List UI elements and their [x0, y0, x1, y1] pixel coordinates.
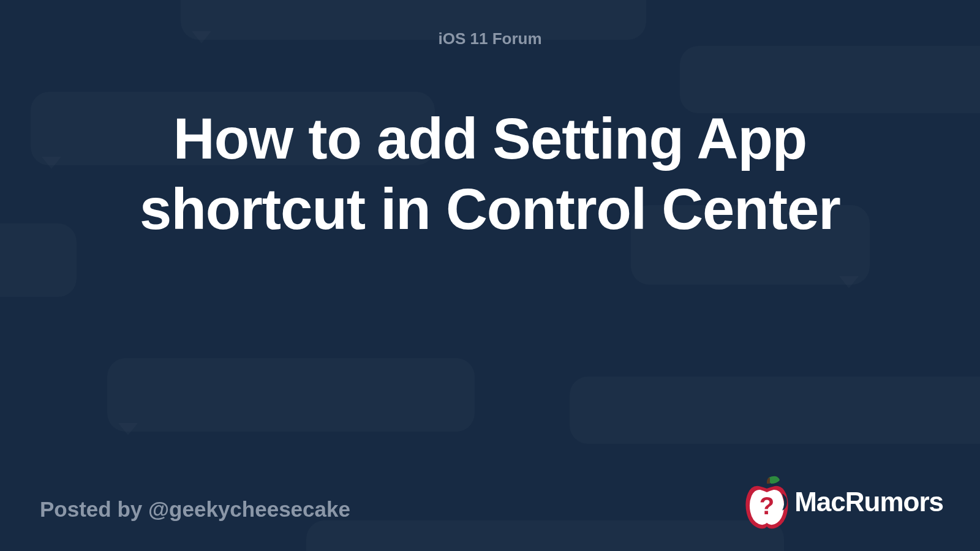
author-byline: Posted by @geekycheesecake — [40, 497, 350, 522]
forum-category-label: iOS 11 Forum — [0, 29, 980, 48]
site-logo: ? MacRumors — [743, 475, 943, 529]
svg-text:?: ? — [760, 492, 774, 519]
apple-logo-icon: ? — [743, 475, 791, 529]
thread-title: How to add Setting App shortcut in Contr… — [123, 104, 858, 244]
brand-name: MacRumors — [794, 487, 943, 517]
